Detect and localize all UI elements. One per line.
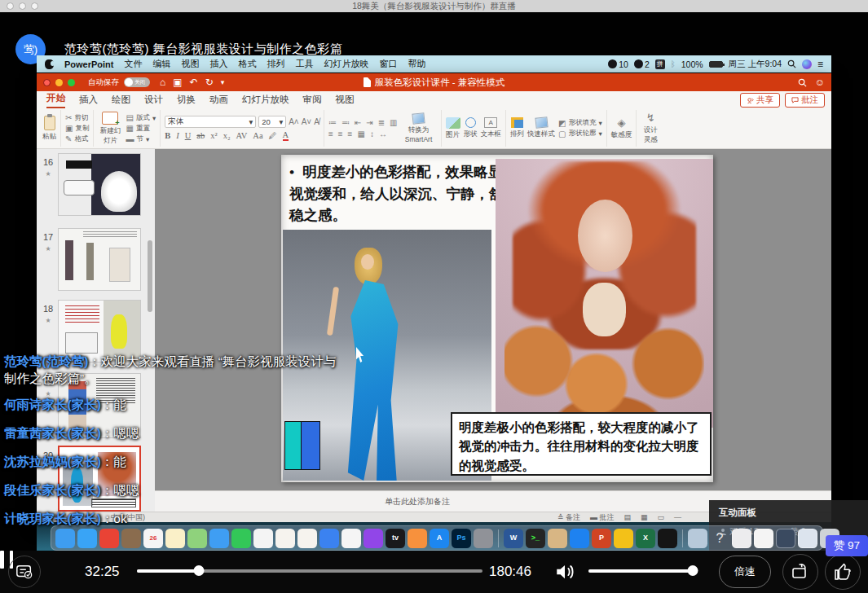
volume-slider[interactable] (588, 569, 693, 573)
dock-icon-keynote[interactable] (319, 529, 339, 548)
dock-icon-photoshop[interactable]: Ps (452, 529, 471, 548)
notification-center-icon[interactable]: ≡ (817, 59, 823, 70)
menubar-clock[interactable]: 周三 上午9:04 (729, 59, 782, 70)
dock-icon-qq[interactable] (658, 529, 677, 548)
dock-icon-dingtalk[interactable] (570, 529, 589, 548)
home-icon[interactable]: ⌂ (160, 77, 165, 88)
messenger-status-item[interactable]: 2 (634, 59, 650, 69)
decrease-indent-icon[interactable]: ⇤ (355, 118, 361, 127)
design-ideas-button[interactable]: ↯设计灵感 (641, 112, 660, 145)
close-icon[interactable] (7, 2, 14, 10)
dock-icon-safari[interactable] (77, 529, 97, 548)
shape-outline-button[interactable]: ▢形状轮廓 ▾ (558, 129, 602, 138)
dock-icon-facetime[interactable] (231, 529, 251, 548)
menu-file[interactable]: 文件 (125, 58, 143, 70)
menu-window[interactable]: 窗口 (380, 58, 398, 70)
spotlight-search-icon[interactable] (787, 59, 796, 68)
dock-icon-folder[interactable] (688, 529, 707, 548)
dock-icon-terminal[interactable]: >_ (526, 529, 545, 548)
dock-icon-wps[interactable] (614, 529, 633, 548)
tab-draw[interactable]: 绘图 (112, 94, 130, 108)
dock-icon-finder[interactable] (55, 529, 75, 548)
rotate-screen-button[interactable] (782, 554, 818, 590)
menu-arrange[interactable]: 排列 (267, 58, 285, 70)
tab-slideshow[interactable]: 幻灯片放映 (242, 94, 289, 108)
reset-button[interactable]: ▦重置 (126, 124, 156, 134)
textbox-button[interactable]: A文本框 (481, 117, 502, 139)
decrease-font-icon[interactable]: A˅ (302, 117, 312, 126)
font-color-button[interactable]: A (283, 130, 289, 141)
dock-icon-chrome[interactable] (99, 529, 119, 548)
new-slide-button[interactable]: 新建幻灯片 (98, 112, 122, 146)
columns-icon[interactable]: ▥ (390, 118, 397, 127)
dock-icon-podcasts[interactable] (364, 529, 383, 548)
dock-icon-messages[interactable] (209, 529, 229, 548)
menu-help[interactable]: 帮助 (408, 58, 426, 70)
align-center-icon[interactable]: ≡ (338, 130, 343, 138)
undo-icon[interactable]: ↶ (190, 77, 198, 88)
smartart-button[interactable]: 转换为SmartArt (401, 113, 437, 143)
menu-app-name[interactable]: PowerPoint (64, 59, 114, 69)
share-button[interactable]: 共享 (740, 93, 780, 108)
dock-icon-maps[interactable] (187, 529, 207, 548)
volume-icon[interactable] (554, 561, 575, 582)
dock-icon-pages[interactable] (275, 529, 295, 548)
minimize-icon[interactable] (19, 2, 26, 10)
playback-speed-button[interactable]: 倍速 (719, 556, 771, 588)
section-button[interactable]: ▬节 ▾ (126, 134, 156, 144)
progress-bar[interactable] (137, 569, 482, 573)
bullets-icon[interactable]: ≔ (328, 118, 337, 127)
align-left-icon[interactable]: ≡ (328, 130, 333, 138)
thumbnail-scrollbar[interactable] (148, 240, 152, 312)
dock-icon-appstore[interactable]: A (430, 529, 449, 548)
like-button[interactable] (825, 554, 861, 590)
playlist-notes-button[interactable] (8, 556, 41, 588)
clear-format-icon[interactable]: A̸ (314, 117, 319, 126)
text-direction-icon[interactable]: ↕ (370, 130, 374, 138)
dock-icon-notes[interactable] (165, 529, 185, 548)
align-text-icon[interactable]: ↔ (379, 130, 387, 138)
menu-insert[interactable]: 插入 (210, 58, 228, 70)
volume-handle[interactable] (688, 565, 698, 576)
comments-toggle-button[interactable]: ▬ 批注 (590, 512, 615, 523)
format-painter-button[interactable]: ✎格式 (65, 134, 89, 144)
dock-minimized-window-finder[interactable] (798, 529, 817, 548)
dock-icon-photos[interactable] (253, 529, 273, 548)
copy-button[interactable]: ▣复制 (65, 124, 89, 134)
dock-icon-music[interactable] (341, 529, 361, 548)
tab-animations[interactable]: 动画 (209, 94, 228, 108)
menu-view[interactable]: 视图 (182, 58, 200, 70)
underline-button[interactable]: U (185, 131, 192, 140)
tab-review[interactable]: 审阅 (303, 94, 322, 108)
character-spacing-button[interactable]: AV (236, 131, 248, 140)
superscript-button[interactable]: x² (210, 131, 217, 140)
dock-icon-contacts[interactable] (121, 529, 141, 548)
ppt-close-icon[interactable] (43, 79, 51, 86)
qq-status-item[interactable]: 10 (608, 59, 628, 69)
dock-icon-archive-utility[interactable] (548, 529, 567, 548)
tab-view[interactable]: 视图 (336, 94, 355, 108)
menu-tools[interactable]: 工具 (296, 58, 314, 70)
dock-icon-calendar[interactable]: 26 (143, 529, 163, 548)
dock-minimized-window-chrome[interactable] (754, 529, 773, 548)
change-case-button[interactable]: Aa (253, 131, 262, 140)
quick-styles-button[interactable]: 快速样式 (527, 117, 555, 139)
current-slide[interactable]: •明度差小的色彩搭配，效果略显模糊，视觉缓和，给人以深沉、宁静，舒适、平稳之感。… (281, 155, 713, 482)
dock-icon-appletv[interactable]: tv (386, 529, 405, 548)
dock-icon-powerpoint[interactable]: P (592, 529, 611, 548)
apple-menu-icon[interactable] (45, 59, 54, 69)
video-stage[interactable]: 莺) 范玲莺(范玲莺) 舞台影视服装设计与制作之色彩篇 PowerPoint 文… (0, 12, 868, 551)
zoom-icon[interactable] (31, 2, 38, 10)
autosave-toggle[interactable]: 关闭 (124, 77, 150, 87)
dock-icon-numbers[interactable] (297, 529, 317, 548)
italic-button[interactable]: I (176, 131, 179, 140)
dock-icon-excel[interactable]: X (636, 529, 655, 548)
shape-fill-button[interactable]: ◩形状填充 ▾ (558, 118, 602, 128)
window-traffic-lights[interactable] (7, 2, 38, 10)
dock-minimized-window-desktop[interactable] (776, 529, 795, 548)
dock-icon-books[interactable] (408, 529, 427, 548)
tab-transitions[interactable]: 切换 (177, 94, 196, 108)
sorter-view-icon[interactable]: ▦ (641, 513, 648, 521)
slideshow-view-icon[interactable]: ▭ (657, 513, 664, 521)
ppt-minimize-icon[interactable] (55, 79, 63, 86)
